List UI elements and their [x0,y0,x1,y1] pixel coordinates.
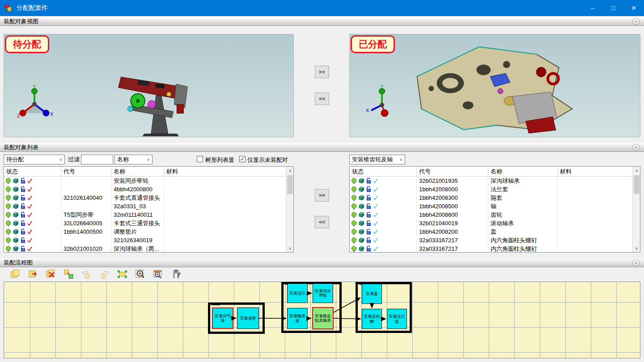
part-cube-icon [13,237,19,243]
flow-node[interactable]: 安装轴承座 [287,308,308,329]
scrollbar-thumb[interactable] [287,175,293,194]
insert-node-icon[interactable] [27,269,38,280]
assign-node-icon[interactable] [63,269,74,280]
viewer-move-right-button[interactable]: >> [315,66,329,78]
table-row[interactable]: 1bbh42008600 齿轮 [350,210,640,219]
field-select-value: 名称 [117,156,129,164]
zoom-area-icon[interactable] [134,269,146,280]
scrollbar-thumb[interactable] [634,175,640,194]
column-header[interactable]: 材料 [164,167,293,177]
table-row[interactable]: 1bbh42008000 法兰套 [350,185,640,194]
list-section-title: 装配对象列表 [4,143,38,152]
table-row[interactable]: 321026340019 [4,236,293,244]
code-cell: 32b021001020 [61,244,111,253]
flow-node[interactable]: 安装锥齿轮及轴承 [312,307,334,329]
tree-list-checkbox[interactable] [197,156,203,162]
column-header[interactable]: 材料 [558,167,640,177]
vertical-scrollbar[interactable]: ∧ ∨ [286,167,293,252]
status-cell [4,210,61,219]
flow-node[interactable]: 安装同步带轮 [313,283,333,303]
minimize-button[interactable]: – [582,0,603,16]
axis-z-label: Z [17,113,20,118]
column-header[interactable]: 名称 [111,167,164,177]
zoom-window-icon[interactable] [152,269,164,280]
collapse-flow-icon[interactable]: ∨ [632,259,640,266]
scroll-down-icon[interactable]: ∨ [633,244,640,252]
code-cell [61,177,111,185]
column-header[interactable]: 状态 [4,167,61,177]
list-move-right-button[interactable]: >> [315,189,329,202]
column-header[interactable]: 名称 [488,167,558,177]
unassembled-only-checkbox[interactable]: ✓ [239,156,246,162]
assigned-viewport[interactable]: X Y 已分配 [349,34,640,137]
delete-node-icon[interactable] [45,269,56,280]
unassigned-viewport[interactable]: Y Z X 待分配 [4,34,294,137]
status-cell [350,210,417,219]
check-icon [373,186,378,192]
flow-node[interactable]: 安装齿轮轴 [362,309,382,329]
table-row[interactable]: 1bbh42008200 盖 [350,227,640,236]
process-select[interactable]: 安装锥齿轮及轴 ∨ [349,155,405,164]
close-button[interactable]: ✕ [623,0,644,16]
flow-node[interactable]: 安装油管 [237,307,259,329]
part-cube-icon [358,203,364,209]
status-cell [350,194,417,202]
column-header[interactable]: 代号 [61,167,111,177]
redo-icon[interactable] [98,269,110,280]
table-row[interactable]: 32L026640005 卡套式三通管接头 [4,219,293,227]
filter-input[interactable] [81,155,113,164]
scroll-down-icon[interactable]: ∨ [286,244,294,252]
bulb-icon [351,237,357,244]
table-row[interactable]: T5型同步带 32m011140011 [4,210,293,219]
flow-node[interactable]: 安装法兰 [287,283,308,303]
name-cell: 安装同步带轮 [111,177,164,185]
table-row[interactable]: 32a0331_03 [4,202,293,210]
name-cell: 滚动轴承 [488,219,558,227]
material-cell [164,177,293,185]
fit-selection-icon[interactable] [116,269,128,280]
bulb-icon [5,229,11,235]
table-row[interactable]: 321026140040 卡套式直通管接头 [4,194,293,202]
code-cell: 1bbh42008500 [417,202,488,210]
viewer-move-left-button[interactable]: << [315,93,329,105]
vertical-scrollbar[interactable]: ∧ ∨ [632,167,640,252]
table-row[interactable]: 1bbh14000500 调整垫片 [4,227,293,236]
table-row[interactable]: 32b021001020 深沟球轴承（两... [4,244,293,253]
column-header[interactable]: 状态 [350,167,417,177]
column-header[interactable]: 代号 [417,167,488,177]
table-row[interactable]: 1bbh42008500 轴 [350,202,640,210]
process-select-value: 安装锥齿轮及轴 [352,156,393,164]
table-row[interactable]: 4bbh42000800 [4,185,293,194]
unassigned-parts-table[interactable]: 状态代号名称材料 安装同步带轮 4bbh42000800 [4,166,294,253]
flowchart-canvas[interactable]: 安装分气块安装油管安装法兰安装同步带轮安装轴承座安装锥齿轮及轴承安装盖安装齿轮轴… [4,282,640,358]
copy-node-icon[interactable] [9,269,21,280]
field-select[interactable]: 名称 ∨ [114,155,153,164]
pan-hand-icon[interactable] [170,269,182,280]
flow-node[interactable]: 安装法兰盘 [387,309,407,329]
table-row[interactable]: 32a033167217 内六角圆柱头螺钉 [350,236,640,244]
material-cell [164,227,293,236]
maximize-button[interactable]: □ [603,0,623,16]
viewer-section-header: 装配对象视图 ∨ [0,17,644,26]
list-move-left-button[interactable]: << [315,216,329,228]
table-row[interactable]: 32b021040019 滚动轴承 [350,219,640,227]
unassigned-badge: 待分配 [5,35,49,53]
flow-node[interactable]: 安装盖 [362,284,382,304]
table-row[interactable]: 1bbh42008300 隔套 [350,194,640,202]
status-cell [4,236,61,244]
table-row[interactable]: 安装同步带轮 [4,177,293,185]
chevron-down-icon: ∨ [399,157,402,162]
undo-icon[interactable] [80,269,92,280]
assigned-parts-table[interactable]: 状态代号名称材料 32b021001935 深沟球轴承 1bbh42008000… [349,166,640,253]
bulb-icon [5,237,11,244]
collapse-viewer-icon[interactable]: ∨ [632,18,640,25]
check-icon [27,229,33,235]
scroll-up-icon[interactable]: ∧ [633,167,640,174]
table-row[interactable]: 32a033167217 内六角圆柱头螺钉 [350,244,640,253]
table-row[interactable]: 32b021001935 深沟球轴承 [350,177,640,185]
bulb-icon [351,195,357,201]
state-filter-select[interactable]: 待分配 ∨ [4,155,65,164]
flow-node[interactable]: 安装分气块 [212,307,233,329]
collapse-list-icon[interactable]: ∨ [632,144,640,151]
scroll-up-icon[interactable]: ∧ [286,167,294,174]
